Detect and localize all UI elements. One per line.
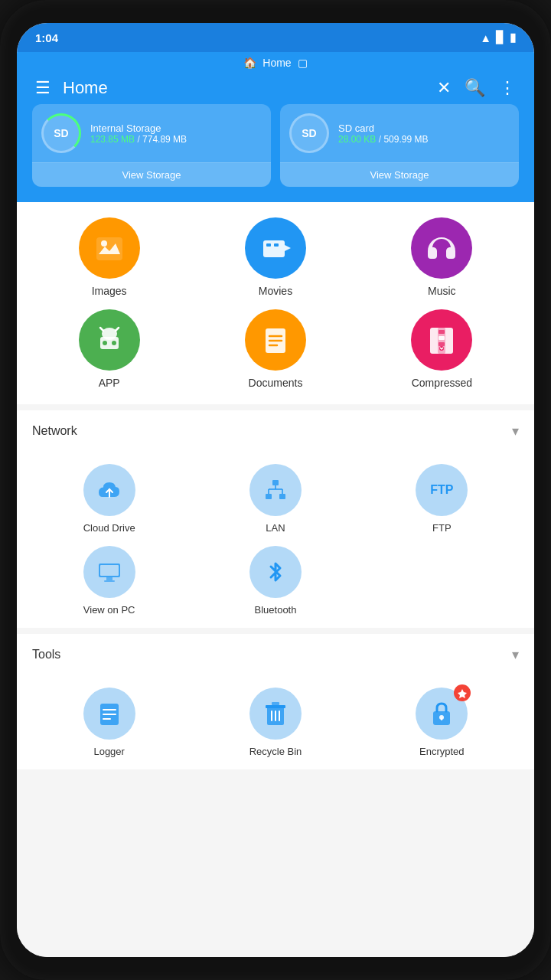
music-icon bbox=[411, 217, 472, 279]
page-title: Home bbox=[63, 78, 108, 98]
nav-left: ☰ Home bbox=[35, 78, 108, 98]
menu-button[interactable]: ☰ bbox=[35, 78, 51, 98]
more-button[interactable]: ⋮ bbox=[499, 78, 516, 98]
tools-chevron-icon: ▾ bbox=[512, 646, 519, 663]
tools-section-title: Tools bbox=[32, 648, 60, 662]
svg-rect-22 bbox=[272, 480, 279, 485]
bluetooth-icon bbox=[249, 546, 302, 598]
sdcard-storage-card: SD SD card 28.00 KB / 509.99 MB View Sto… bbox=[280, 104, 519, 187]
svg-rect-30 bbox=[100, 565, 119, 576]
category-compressed[interactable]: Compressed bbox=[365, 309, 519, 389]
sdcard-storage-icon: SD bbox=[289, 113, 329, 153]
home-breadcrumb-icon: 🏠 bbox=[243, 57, 256, 69]
lan-label: LAN bbox=[266, 522, 285, 534]
svg-rect-39 bbox=[272, 702, 279, 705]
svg-marker-2 bbox=[285, 245, 291, 251]
network-lan[interactable]: LAN bbox=[198, 464, 352, 534]
compressed-label: Compressed bbox=[412, 377, 472, 389]
network-ftp[interactable]: FTP FTP bbox=[365, 464, 519, 534]
svg-rect-1 bbox=[263, 240, 285, 257]
internal-view-storage-button[interactable]: View Storage bbox=[32, 162, 271, 187]
category-documents[interactable]: Documents bbox=[198, 309, 352, 389]
category-music[interactable]: Music bbox=[365, 217, 519, 297]
tools-grid: Logger Recycle Bin bbox=[17, 675, 534, 769]
music-label: Music bbox=[428, 285, 456, 297]
cloud-drive-icon bbox=[83, 464, 135, 516]
view-on-pc-label: View on PC bbox=[83, 604, 135, 616]
svg-line-10 bbox=[116, 328, 119, 331]
close-button[interactable]: ✕ bbox=[437, 78, 451, 98]
svg-rect-32 bbox=[104, 580, 115, 582]
svg-rect-38 bbox=[266, 705, 285, 708]
nav-right: ✕ 🔍 ⋮ bbox=[437, 78, 516, 98]
svg-rect-17 bbox=[439, 330, 445, 334]
documents-label: Documents bbox=[249, 377, 303, 389]
content-area: Images Movies bbox=[17, 202, 534, 957]
ftp-icon: FTP bbox=[416, 464, 468, 516]
internal-storage-name: Internal Storage bbox=[90, 122, 187, 134]
svg-point-8 bbox=[112, 341, 116, 345]
sdcard-storage-name: SD card bbox=[338, 122, 428, 134]
tool-recycle-bin[interactable]: Recycle Bin bbox=[198, 688, 352, 757]
recycle-bin-icon bbox=[249, 688, 302, 740]
svg-point-7 bbox=[103, 341, 107, 345]
battery-icon: ▮ bbox=[510, 31, 516, 44]
movies-icon bbox=[245, 217, 306, 279]
svg-rect-18 bbox=[439, 336, 445, 340]
svg-rect-23 bbox=[266, 494, 272, 499]
images-icon bbox=[79, 217, 140, 279]
internal-storage-info: Internal Storage 123.85 MB / 774.89 MB bbox=[90, 122, 187, 145]
category-movies[interactable]: Movies bbox=[198, 217, 352, 297]
cloud-drive-label: Cloud Drive bbox=[83, 522, 135, 534]
sdcard-storage-info: SD card 28.00 KB / 509.99 MB bbox=[338, 122, 428, 145]
svg-line-9 bbox=[100, 328, 103, 331]
category-app[interactable]: APP bbox=[32, 309, 186, 389]
network-section-header: Network ▾ bbox=[17, 404, 534, 452]
network-chevron-icon: ▾ bbox=[512, 423, 519, 439]
encrypted-icon bbox=[416, 688, 468, 740]
breadcrumb: 🏠 Home ▢ bbox=[32, 52, 519, 78]
app-icon bbox=[79, 309, 140, 371]
tools-section-header: Tools ▾ bbox=[17, 628, 534, 675]
svg-rect-3 bbox=[266, 243, 271, 247]
network-section-title: Network bbox=[32, 424, 77, 438]
ftp-label: FTP bbox=[432, 522, 452, 534]
app-header: 🏠 Home ▢ ☰ Home ✕ 🔍 ⋮ bbox=[17, 52, 534, 202]
bluetooth-label: Bluetooth bbox=[255, 604, 297, 616]
svg-rect-24 bbox=[279, 494, 285, 499]
network-cloud-drive[interactable]: Cloud Drive bbox=[32, 464, 186, 534]
view-on-pc-icon bbox=[83, 546, 135, 598]
nav-bar: ☰ Home ✕ 🔍 ⋮ bbox=[32, 78, 519, 104]
breadcrumb-home-label: Home bbox=[262, 57, 291, 69]
internal-storage-size: 123.85 MB / 774.89 MB bbox=[90, 134, 187, 145]
compressed-icon bbox=[411, 309, 472, 371]
status-icons: ▲ ▊ ▮ bbox=[480, 31, 516, 44]
tool-encrypted[interactable]: Encrypted bbox=[365, 688, 519, 757]
svg-rect-31 bbox=[106, 577, 112, 580]
tool-logger[interactable]: Logger bbox=[32, 688, 186, 757]
logger-icon bbox=[83, 688, 135, 740]
network-view-on-pc[interactable]: View on PC bbox=[32, 546, 186, 616]
storage-cards: SD Internal Storage 123.85 MB / 774.89 M… bbox=[32, 104, 519, 190]
sdcard-storage-size: 28.00 KB / 509.99 MB bbox=[338, 134, 428, 145]
svg-rect-45 bbox=[441, 717, 442, 720]
phone-frame: 1:04 ▲ ▊ ▮ 🏠 Home ▢ ☰ Home ✕ 🔍 bbox=[0, 0, 551, 980]
breadcrumb-separator: ▢ bbox=[298, 57, 308, 69]
file-categories-grid: Images Movies bbox=[32, 217, 519, 389]
internal-storage-card: SD Internal Storage 123.85 MB / 774.89 M… bbox=[32, 104, 271, 187]
phone-screen: 1:04 ▲ ▊ ▮ 🏠 Home ▢ ☰ Home ✕ 🔍 bbox=[17, 23, 534, 957]
category-images[interactable]: Images bbox=[32, 217, 186, 297]
encrypted-badge bbox=[454, 684, 471, 701]
signal-icon: ▊ bbox=[496, 31, 505, 44]
network-bluetooth[interactable]: Bluetooth bbox=[198, 546, 352, 616]
encrypted-label: Encrypted bbox=[419, 746, 465, 757]
sdcard-view-storage-button[interactable]: View Storage bbox=[280, 162, 519, 187]
svg-rect-4 bbox=[274, 243, 279, 247]
search-button[interactable]: 🔍 bbox=[465, 78, 485, 98]
images-label: Images bbox=[92, 285, 127, 297]
file-categories-section: Images Movies bbox=[17, 202, 534, 404]
internal-storage-icon: SD bbox=[41, 113, 81, 153]
svg-rect-19 bbox=[439, 342, 445, 346]
movies-label: Movies bbox=[259, 285, 292, 297]
status-time: 1:04 bbox=[35, 31, 58, 44]
